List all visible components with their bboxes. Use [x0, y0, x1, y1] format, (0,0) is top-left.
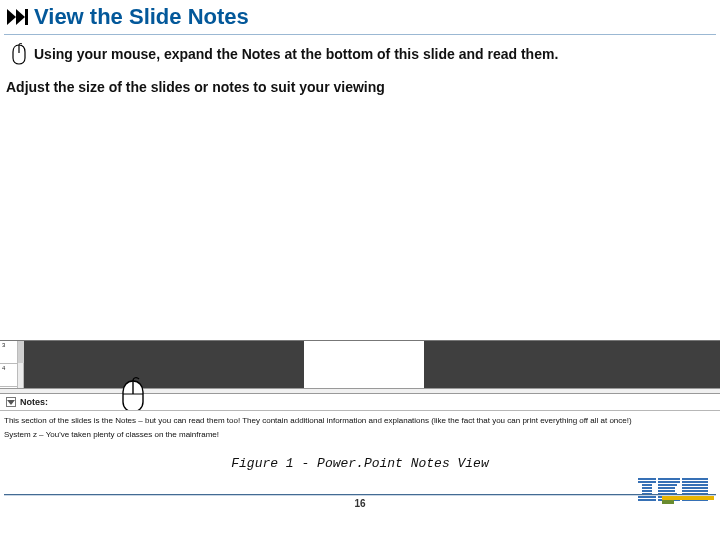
- slide-title: View the Slide Notes: [34, 4, 249, 30]
- forward-icon: [6, 7, 28, 27]
- secondary-text: Adjust the size of the slides or notes t…: [0, 71, 720, 95]
- embedded-screenshot: 3 4 Notes: This section of the slides is…: [0, 340, 720, 448]
- svg-marker-0: [7, 9, 16, 25]
- slide-thumbnail[interactable]: 4: [0, 364, 17, 387]
- slide-canvas: [304, 341, 424, 388]
- slide-thumbnail-column: 3 4: [0, 341, 18, 388]
- instruction-row: Using your mouse, expand the Notes at th…: [0, 35, 720, 71]
- svg-marker-1: [16, 9, 25, 25]
- thumbnail-number: 4: [0, 364, 5, 371]
- instruction-text: Using your mouse, expand the Notes at th…: [34, 46, 558, 62]
- mouse-icon: [10, 43, 28, 65]
- notes-text-line: System z – You've taken plenty of classe…: [0, 428, 720, 442]
- thumbnail-number: 3: [0, 341, 5, 348]
- title-row: View the Slide Notes: [0, 0, 720, 32]
- notes-text-line: This section of the slides is the Notes …: [0, 414, 720, 428]
- notes-label: Notes:: [20, 397, 48, 407]
- notes-pane-body[interactable]: This section of the slides is the Notes …: [0, 410, 720, 449]
- mouse-icon: [118, 375, 148, 413]
- slide-thumbnail[interactable]: 3: [0, 341, 17, 364]
- footer-rule: [4, 494, 716, 496]
- page-number: 16: [0, 498, 720, 509]
- slide: View the Slide Notes Using your mouse, e…: [0, 0, 720, 540]
- notes-collapse-toggle[interactable]: [6, 397, 16, 407]
- svg-rect-2: [25, 9, 28, 25]
- figure-caption: Figure 1 - Power.Point Notes View: [0, 456, 720, 471]
- notes-pane-header: Notes:: [0, 394, 720, 410]
